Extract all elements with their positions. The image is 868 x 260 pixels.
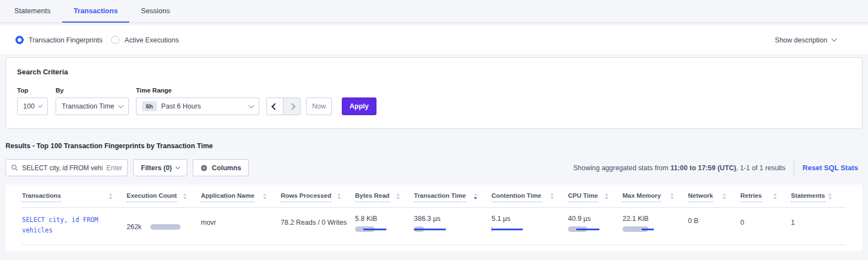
time-range-value: Past 6 Hours [161,102,201,110]
search-criteria-panel: Search Criteria Top 100 By Transaction T… [6,57,862,129]
time-step-group [266,98,301,115]
top-label: Top [17,87,48,94]
sort-icon[interactable] [263,193,266,199]
cell-rows-processed: 78.2 Reads / 0 Writes [281,215,355,236]
sort-icon[interactable] [396,193,400,199]
table-row: SELECT city, id FROM vehicles 262k movr … [22,208,846,245]
transaction-fingerprint-link[interactable]: SELECT city, id FROM vehicles [22,215,113,236]
now-button[interactable]: Now [306,98,332,115]
cell-contention-time: 5.1 µs [492,215,568,236]
column-header-bytes-read[interactable]: Bytes Read [355,192,414,207]
sort-icon[interactable] [828,193,832,199]
execution-count-bar [150,224,181,230]
show-description-toggle[interactable]: Show description [775,36,836,44]
filters-button[interactable]: Filters (0) [133,159,187,176]
column-header-cpu-time[interactable]: CPU Time [568,192,623,207]
enter-hint: Enter [106,164,122,172]
sort-icon[interactable] [670,193,674,199]
top-select-value: 100 [23,102,35,110]
by-label: By [56,87,129,94]
aggregated-stats-text: Showing aggregated stats from 11:00 to 1… [573,164,785,172]
search-icon [11,164,18,171]
search-box[interactable]: Enter [6,159,128,176]
radio-unselected-icon [111,36,119,44]
radio-selected-icon [15,36,24,44]
table-header-row: Transactions Execution Count Application… [22,185,846,208]
column-header-contention-time[interactable]: Contention Time [492,192,568,207]
page-tabs: Statements Transactions Sessions [0,0,868,23]
chevron-left-icon [271,103,279,110]
column-header-network[interactable]: Network [688,192,740,207]
search-criteria-title: Search Criteria [17,68,851,76]
cell-statements: 1 [791,215,846,236]
chevron-down-icon [118,102,124,108]
column-header-execution-count[interactable]: Execution Count [127,192,201,207]
time-range-select[interactable]: 6h Past 6 Hours [136,98,259,115]
cell-execution-count: 262k [127,215,201,236]
previous-time-button[interactable] [267,98,283,115]
chevron-down-icon [38,103,43,108]
cell-retries: 0 [740,215,791,236]
next-time-button[interactable] [283,98,300,115]
by-select-value: Transaction Time [62,102,114,110]
tab-transactions[interactable]: Transactions [62,0,129,23]
apply-button[interactable]: Apply [342,98,376,115]
results-heading: Results - Top 100 Transaction Fingerprin… [6,142,868,150]
column-header-application-name[interactable]: Application Name [201,192,281,207]
sort-icon[interactable] [337,193,341,199]
by-select[interactable]: Transaction Time [56,98,129,115]
radio-active-executions[interactable]: Active Executions [111,36,179,44]
time-range-label: Time Range [136,87,259,94]
radio-label: Transaction Fingerprints [29,36,102,44]
column-header-transactions[interactable]: Transactions [22,192,127,207]
filters-label: Filters (0) [141,164,172,172]
sort-icon[interactable] [109,193,112,199]
show-description-label: Show description [775,36,827,44]
sort-icon[interactable] [605,193,608,199]
search-input[interactable] [22,164,102,172]
results-controls-row: Enter Filters (0) ⚙ Columns Showing aggr… [6,159,862,176]
sort-icon[interactable] [773,193,777,199]
cell-cpu-time: 40.9 µs [568,215,623,236]
bytes-read-bar [355,226,394,232]
chevron-right-icon [288,103,296,110]
view-mode-bar: Transaction Fingerprints Active Executio… [0,26,868,54]
columns-label: Columns [212,164,241,172]
chevron-down-icon [249,102,254,108]
gear-icon: ⚙ [200,164,208,172]
transaction-time-bar [414,226,452,232]
column-header-statements[interactable]: Statements [791,192,846,207]
reset-sql-stats-link[interactable]: Reset SQL Stats [803,164,858,172]
columns-button[interactable]: ⚙ Columns [193,159,249,176]
cpu-time-bar [568,226,607,232]
sort-icon[interactable] [723,193,726,199]
chevron-down-icon [832,36,837,42]
max-memory-bar [623,226,661,232]
contention-time-bar [492,226,530,232]
cell-application-name: movr [201,215,281,236]
top-select[interactable]: 100 [17,98,48,115]
column-header-transaction-time[interactable]: Transaction Time [414,192,492,207]
column-header-rows-processed[interactable]: Rows Processed [281,192,355,207]
cell-transaction-time: 386.3 µs [414,215,492,236]
cell-max-memory: 22.1 KiB [623,215,688,236]
divider [794,160,794,176]
time-range-badge: 6h [142,101,157,111]
transactions-table: Transactions Execution Count Application… [6,185,862,251]
sort-icon[interactable] [183,193,187,199]
sort-icon[interactable] [550,193,554,199]
cell-bytes-read: 5.8 KiB [355,215,414,236]
radio-label: Active Executions [124,36,179,44]
tab-sessions[interactable]: Sessions [129,0,182,23]
column-header-retries[interactable]: Retries [740,192,791,207]
column-header-max-memory[interactable]: Max Memory [623,192,688,207]
tab-statements[interactable]: Statements [3,0,62,23]
cell-network: 0 B [688,215,740,236]
radio-transaction-fingerprints[interactable]: Transaction Fingerprints [15,36,102,44]
chevron-down-icon [176,165,180,169]
sort-icon[interactable] [474,193,477,199]
